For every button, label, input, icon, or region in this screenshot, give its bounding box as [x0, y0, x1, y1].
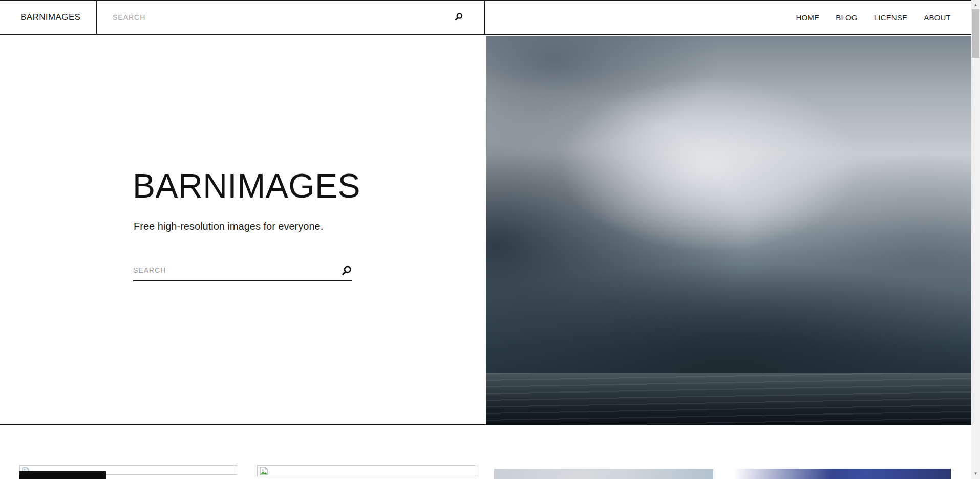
scrollbar[interactable]: ▲ ▼: [971, 0, 980, 479]
thumbnail-broken-2[interactable]: [257, 465, 476, 476]
header-divider-left: [96, 1, 97, 34]
header: BARNIMAGES HOME BLOG LICENSE ABOUT: [0, 0, 971, 35]
page: BARNIMAGES HOME BLOG LICENSE ABOUT BARNI…: [0, 0, 971, 479]
scroll-down-arrow-icon[interactable]: ▼: [971, 470, 980, 477]
nav-blog[interactable]: BLOG: [836, 13, 857, 22]
header-search-button[interactable]: [454, 12, 464, 23]
hero-search-input[interactable]: [133, 263, 333, 277]
nav-license[interactable]: LICENSE: [874, 13, 908, 22]
tagline: Free high-resolution images for everyone…: [134, 221, 323, 232]
header-search-input[interactable]: [113, 1, 440, 34]
scroll-up-arrow-icon[interactable]: ▲: [971, 2, 980, 9]
dark-sea-image: [486, 373, 971, 425]
storm-sky-image: [486, 36, 971, 425]
thumbnail-image-4[interactable]: [734, 469, 951, 479]
logo[interactable]: BARNIMAGES: [20, 1, 80, 34]
search-icon: [341, 270, 352, 278]
hero-photo: [486, 36, 971, 425]
nav-about[interactable]: ABOUT: [924, 13, 951, 22]
main-nav: HOME BLOG LICENSE ABOUT: [796, 1, 951, 34]
hero-search-button[interactable]: [341, 265, 352, 276]
scrollbar-thumb[interactable]: [972, 9, 979, 58]
nav-home[interactable]: HOME: [796, 13, 819, 22]
search-icon: [454, 15, 463, 23]
hero-section: BARNIMAGES Free high-resolution images f…: [0, 36, 971, 425]
page-title: BARNIMAGES: [133, 169, 360, 203]
header-divider-right: [484, 1, 485, 34]
hero-search-box: [133, 260, 352, 281]
partially-loaded-image[interactable]: [19, 471, 106, 479]
thumbnail-image-3[interactable]: [494, 469, 713, 479]
broken-image-green-icon: [260, 467, 268, 477]
